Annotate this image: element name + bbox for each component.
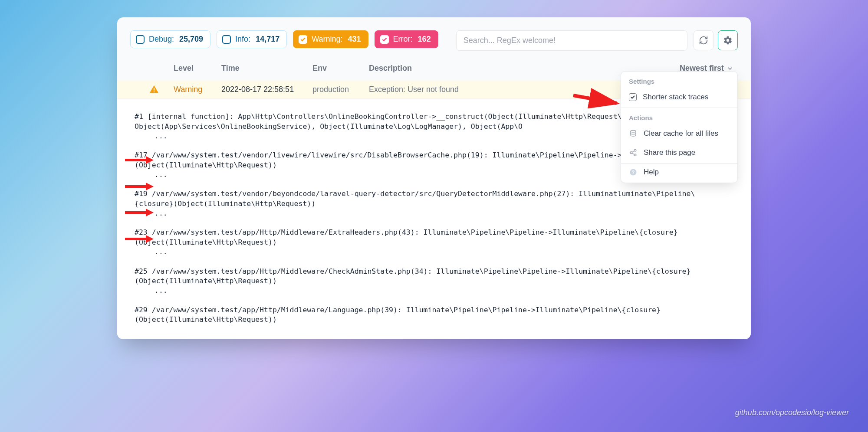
stack-ellipsis[interactable]: ... — [135, 247, 733, 257]
checkbox-icon — [136, 35, 145, 44]
search-input[interactable] — [456, 30, 687, 51]
log-time: 2022-08-17 22:58:51 — [221, 85, 312, 94]
filter-warning[interactable]: Warning: 431 — [293, 30, 368, 48]
help-icon: ? — [629, 168, 638, 176]
level-filters: Debug: 25,709 Info: 14,717 Warning: 431 … — [130, 30, 438, 48]
toolbar: Debug: 25,709 Info: 14,717 Warning: 431 … — [117, 30, 751, 51]
setting-shorter-stack-traces[interactable]: Shorter stack traces — [621, 88, 737, 108]
col-env: Env — [312, 64, 369, 73]
col-description: Description — [369, 64, 638, 73]
filter-count: 25,709 — [179, 35, 203, 44]
filter-label: Warning: — [312, 35, 342, 44]
stack-ellipsis: ... — [135, 286, 733, 295]
gear-icon — [723, 36, 733, 45]
svg-line-5 — [632, 153, 634, 154]
svg-point-2 — [630, 152, 632, 154]
filter-label: Error: — [393, 35, 413, 44]
filter-count: 431 — [348, 35, 361, 44]
database-icon — [629, 130, 638, 137]
svg-point-1 — [634, 150, 636, 152]
checkbox-icon — [299, 35, 307, 44]
stack-line: #29 /var/www/system.test/app/Http/Middle… — [135, 306, 661, 324]
stack-line: #17 /var/www/system.test/vendor/livewire… — [135, 151, 652, 169]
refresh-icon — [699, 36, 708, 45]
action-share-page[interactable]: Share this page — [621, 144, 737, 163]
checkbox-icon — [629, 93, 637, 101]
credit-text: github.com/opcodesio/log-viewer — [735, 408, 849, 417]
action-label: Help — [644, 168, 659, 177]
action-clear-cache[interactable]: Clear cache for all files — [621, 125, 737, 144]
log-env: production — [312, 85, 369, 94]
action-label: Share this page — [644, 148, 695, 157]
action-help[interactable]: ? Help — [621, 164, 737, 183]
col-level: Level — [174, 64, 221, 73]
filter-info[interactable]: Info: 14,717 — [217, 30, 287, 48]
setting-label: Shorter stack traces — [643, 93, 708, 101]
filter-label: Info: — [235, 35, 250, 44]
svg-text:?: ? — [632, 170, 635, 175]
stack-line: #19 /var/www/system.test/vendor/beyondco… — [135, 190, 695, 207]
stack-ellipsis[interactable]: ... — [135, 209, 733, 218]
log-viewer-panel: Debug: 25,709 Info: 14,717 Warning: 431 … — [117, 17, 751, 339]
settings-dropdown: Settings Shorter stack traces Actions Cl… — [621, 71, 738, 183]
share-icon — [629, 149, 638, 157]
svg-point-0 — [631, 131, 636, 133]
svg-point-3 — [634, 154, 636, 156]
filter-count: 162 — [418, 35, 431, 44]
log-level: Warning — [174, 85, 221, 94]
dropdown-header-actions: Actions — [621, 108, 737, 125]
filter-label: Debug: — [149, 35, 174, 44]
action-label: Clear cache for all files — [644, 129, 718, 138]
filter-debug[interactable]: Debug: 25,709 — [130, 30, 210, 48]
dropdown-header-settings: Settings — [621, 72, 737, 88]
stack-line: #23 /var/www/system.test/app/Http/Middle… — [135, 228, 678, 246]
warning-icon — [135, 85, 174, 94]
checkbox-icon — [380, 35, 389, 44]
refresh-button[interactable] — [694, 30, 713, 50]
filter-count: 14,717 — [256, 35, 279, 44]
stack-line: #25 /var/www/system.test/app/Http/Middle… — [135, 267, 690, 285]
col-time: Time — [221, 64, 312, 73]
settings-button[interactable] — [718, 30, 738, 50]
checkbox-icon — [222, 35, 231, 44]
svg-line-4 — [632, 151, 634, 152]
filter-error[interactable]: Error: 162 — [375, 30, 438, 48]
